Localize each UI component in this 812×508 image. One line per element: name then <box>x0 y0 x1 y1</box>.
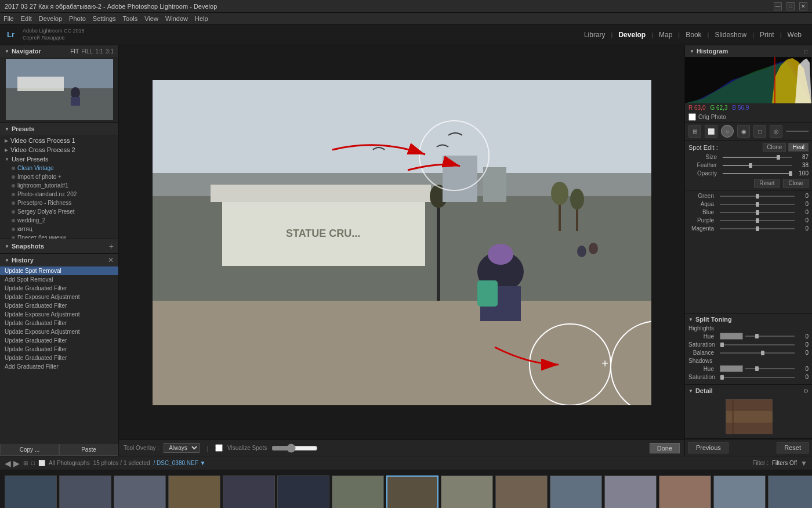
history-item-4[interactable]: Update Graduated Filter <box>0 301 118 310</box>
preset-kityaz[interactable]: китяц <box>0 225 118 233</box>
preset-group-video1[interactable]: ▶ Video Cross Process 1 <box>0 136 118 145</box>
film-thumb-3[interactable] <box>168 475 220 509</box>
maximize-button[interactable]: □ <box>786 2 795 10</box>
film-thumb-11[interactable] <box>604 475 657 509</box>
history-item-6[interactable]: Update Graduated Filter <box>0 319 118 327</box>
detail-header[interactable]: ▼ Detail ⚙ <box>688 387 809 394</box>
copy-button[interactable]: Copy ... <box>0 444 59 456</box>
history-header[interactable]: ▼ History ✕ <box>0 254 118 266</box>
filter-expand[interactable]: ▼ <box>800 459 807 467</box>
preset-group-video2[interactable]: ▶ Video Cross Process 2 <box>0 145 118 154</box>
paste-button[interactable]: Paste <box>59 444 118 456</box>
history-item-11[interactable]: Add Graduated Filter <box>0 362 118 371</box>
feather-slider[interactable] <box>723 165 792 166</box>
film-thumb-5[interactable] <box>277 475 329 509</box>
nav-slideshow[interactable]: Slideshow <box>711 30 750 40</box>
preset-sergey[interactable]: Sergey Dolya's Preset <box>0 207 118 216</box>
snapshots-header[interactable]: ▼ Snapshots + <box>0 239 118 253</box>
menu-file[interactable]: File <box>3 15 14 22</box>
history-item-3[interactable]: Update Exposure Adjustment <box>0 293 118 301</box>
size-slider[interactable] <box>723 157 792 158</box>
history-item-5[interactable]: Update Exposure Adjustment <box>0 310 118 319</box>
color-purple-slider[interactable] <box>720 220 795 221</box>
history-item-2[interactable]: Update Graduated Filter <box>0 284 118 293</box>
visualize-slider[interactable] <box>271 444 318 453</box>
filmbar-compare-button[interactable]: ⬜ <box>38 460 45 466</box>
spot-reset-button[interactable]: Reset <box>754 179 780 188</box>
spot-heal-button[interactable]: Heal <box>788 143 809 152</box>
nav-1to1[interactable]: 1:1 <box>95 48 103 55</box>
history-item-7[interactable]: Update Exposure Adjustment <box>0 327 118 336</box>
film-thumb-1[interactable] <box>59 475 111 509</box>
film-thumb-6[interactable] <box>332 475 384 509</box>
preset-lr-tutorial[interactable]: lightroom_tutorial#1 <box>0 181 118 190</box>
shadows-sat-slider[interactable] <box>720 377 795 378</box>
filmbar-back-button[interactable]: ◀ <box>5 459 11 468</box>
film-thumb-9[interactable] <box>495 475 548 509</box>
snapshots-add-button[interactable]: + <box>109 242 114 251</box>
orig-photo-check[interactable] <box>688 113 696 121</box>
history-item-1[interactable]: Add Spot Removal <box>0 275 118 284</box>
tool-redeye[interactable]: ◉ <box>737 125 750 138</box>
detail-settings-icon[interactable]: ⚙ <box>803 388 809 394</box>
shadows-hue-swatch[interactable] <box>720 365 743 372</box>
image-area[interactable]: STATUE CRU... <box>119 45 684 439</box>
film-thumb-13[interactable] <box>713 475 766 509</box>
tool-gradient[interactable]: □ <box>753 125 766 138</box>
color-magenta-slider[interactable] <box>720 228 795 229</box>
nav-web[interactable]: Web <box>784 30 805 40</box>
split-toning-header[interactable]: ▼ Split Toning <box>688 316 809 323</box>
filmbar-grid-button[interactable]: ⊞ <box>23 460 28 466</box>
preset-unnamed[interactable]: Пресет без имени. <box>0 233 118 239</box>
menu-tools[interactable]: Tools <box>123 15 138 22</box>
color-blue-slider[interactable] <box>720 212 795 213</box>
reset-button[interactable]: Reset <box>777 442 809 453</box>
highlights-hue-slider[interactable] <box>745 336 795 337</box>
spot-clone-button[interactable]: Clone <box>763 143 786 152</box>
preset-photo-standard[interactable]: Photo-standard.ru: 202 <box>0 190 118 199</box>
minimize-button[interactable]: — <box>774 2 782 10</box>
preset-wedding[interactable]: wedding_2 <box>0 216 118 225</box>
previous-button[interactable]: Previous <box>688 442 728 453</box>
film-thumb-10[interactable] <box>550 475 602 509</box>
color-aqua-slider[interactable] <box>720 204 795 205</box>
preset-clean-vintage[interactable]: Clean Vintage <box>0 164 118 172</box>
nav-fit[interactable]: FIT <box>70 48 79 55</box>
histogram-header[interactable]: ▼ Histogram □ <box>685 45 812 57</box>
history-item-9[interactable]: Update Graduated Filter <box>0 345 118 354</box>
history-item-0[interactable]: Update Spot Removal <box>0 266 118 275</box>
menu-view[interactable]: View <box>144 15 158 22</box>
overlay-select[interactable]: Always Never Auto <box>164 443 200 453</box>
highlights-sat-slider[interactable] <box>720 344 795 345</box>
nav-print[interactable]: Print <box>756 30 778 40</box>
filter-value[interactable]: Filters Off <box>772 460 797 466</box>
menu-settings[interactable]: Settings <box>93 15 116 22</box>
opacity-slider[interactable] <box>723 173 792 174</box>
history-item-8[interactable]: Update Graduated Filter <box>0 336 118 345</box>
done-button[interactable]: Done <box>650 443 680 453</box>
film-thumb-7[interactable]: ✓ <box>386 475 438 509</box>
film-thumb-0[interactable] <box>5 475 57 509</box>
tool-grid[interactable]: ⊞ <box>688 125 701 138</box>
preset-import[interactable]: Import of photo + <box>0 172 118 181</box>
menu-develop[interactable]: Develop <box>39 15 62 22</box>
nav-fill[interactable]: FILL <box>81 48 93 55</box>
film-thumb-4[interactable] <box>223 475 275 509</box>
navigator-header[interactable]: ▼ Navigator FIT FILL 1:1 3:1 <box>0 45 118 57</box>
close-button[interactable]: ✕ <box>799 2 807 10</box>
history-close-button[interactable]: ✕ <box>108 256 114 264</box>
tool-radial[interactable]: ◎ <box>770 125 782 138</box>
preset-presetpro[interactable]: Presetpro - Richness <box>0 199 118 207</box>
presets-header[interactable]: ▼ Presets <box>0 123 118 135</box>
filmbar-single-button[interactable]: □ <box>31 460 35 466</box>
menu-window[interactable]: Window <box>165 15 188 22</box>
spot-close-button[interactable]: Close <box>783 179 809 188</box>
nav-library[interactable]: Library <box>581 30 609 40</box>
nav-3to1[interactable]: 3:1 <box>106 48 114 55</box>
nav-book[interactable]: Book <box>682 30 705 40</box>
film-thumb-2[interactable] <box>114 475 166 509</box>
histogram-expand[interactable]: □ <box>804 48 807 55</box>
history-item-10[interactable]: Update Graduated Filter <box>0 354 118 362</box>
filmbar-forward-button[interactable]: ▶ <box>13 459 20 468</box>
menu-help[interactable]: Help <box>195 15 208 22</box>
